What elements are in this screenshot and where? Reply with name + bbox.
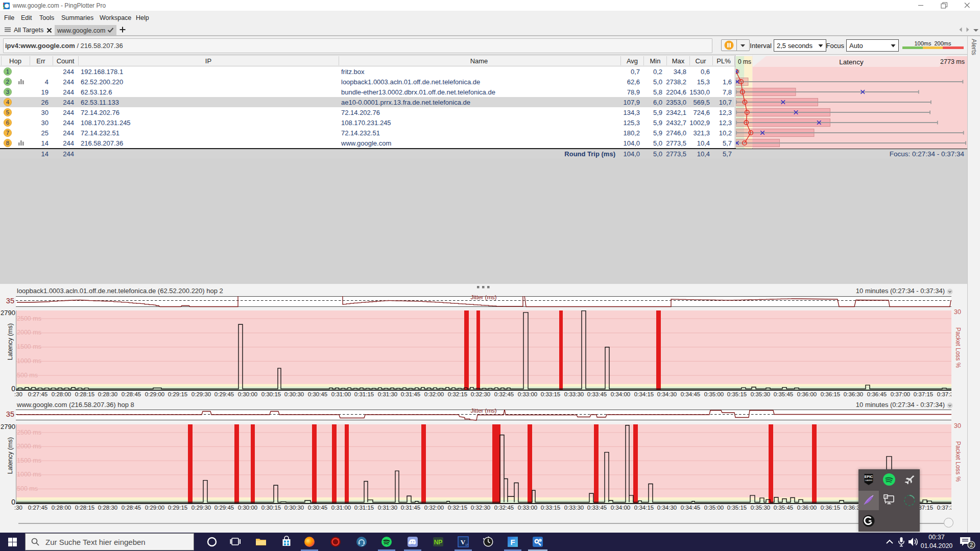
svg-text:1: 1 bbox=[6, 68, 9, 75]
svg-text:17: 17 bbox=[465, 543, 468, 546]
svg-text:Latency: Latency bbox=[839, 58, 864, 66]
svg-text:5: 5 bbox=[6, 109, 9, 115]
svg-text:7: 7 bbox=[6, 130, 9, 136]
svg-text:2: 2 bbox=[970, 542, 973, 548]
svg-text:2: 2 bbox=[6, 79, 9, 85]
svg-text:GAMES: GAMES bbox=[865, 479, 873, 482]
svg-text:0 ms: 0 ms bbox=[738, 58, 751, 65]
svg-text:2773 ms: 2773 ms bbox=[940, 58, 965, 65]
svg-text:NP: NP bbox=[434, 539, 443, 546]
svg-text:8: 8 bbox=[6, 140, 9, 146]
svg-text:EPIC: EPIC bbox=[865, 475, 873, 478]
svg-text:3: 3 bbox=[6, 89, 9, 95]
svg-text:4: 4 bbox=[6, 99, 10, 105]
svg-text:6: 6 bbox=[6, 119, 9, 126]
svg-text:F: F bbox=[510, 538, 515, 546]
